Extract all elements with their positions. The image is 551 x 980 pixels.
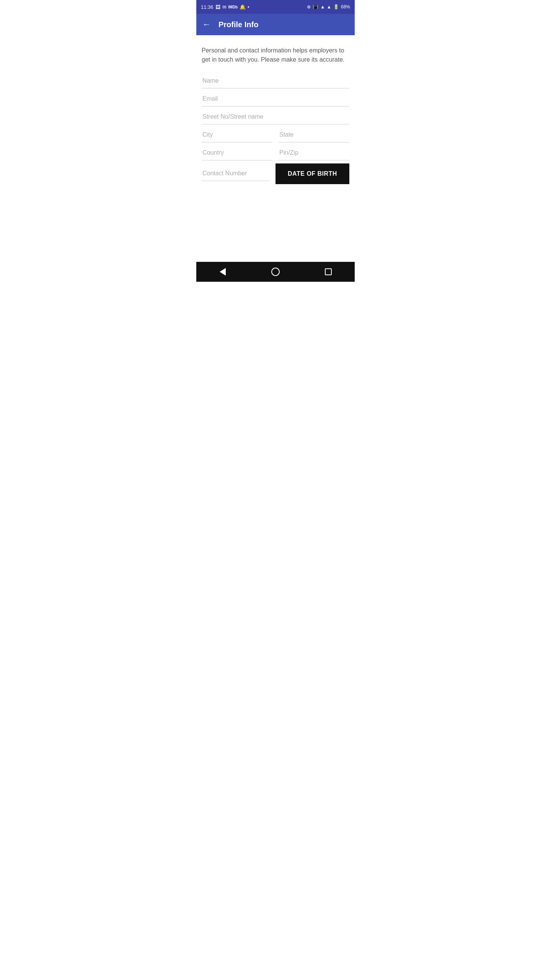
nav-back-icon — [220, 268, 226, 276]
pin-zip-field-group — [279, 145, 349, 160]
status-right: ⊕ 📳 ▲ ▲ 🔋 68% — [307, 4, 350, 10]
mail-icon: ✉ — [222, 4, 227, 10]
description-text: Personal and contact information helps e… — [202, 46, 349, 64]
vibrate-icon: 📳 — [313, 4, 318, 10]
nav-home-button[interactable] — [264, 262, 287, 282]
status-bar: 11:36 🖼 ✉ IMDb 🔔 • ⊕ 📳 ▲ ▲ 🔋 68% — [196, 0, 355, 14]
dot-icon: • — [248, 4, 249, 10]
notification-icon: 🔔 — [240, 4, 246, 10]
date-of-birth-button[interactable]: DATE OF BIRTH — [276, 163, 349, 184]
page-title: Profile Info — [218, 20, 258, 29]
battery-icon: 🔋 — [333, 4, 339, 10]
country-field-group — [202, 145, 272, 160]
city-input[interactable] — [202, 127, 272, 142]
time-display: 11:36 — [201, 4, 214, 10]
clock-plus-icon: ⊕ — [307, 4, 311, 10]
imdb-icon: IMDb — [228, 5, 238, 9]
name-input[interactable] — [202, 74, 349, 88]
app-bar: ← Profile Info — [196, 14, 355, 35]
street-input[interactable] — [202, 109, 349, 124]
name-field-group — [202, 74, 349, 88]
nav-back-button[interactable] — [211, 262, 234, 282]
contact-number-input[interactable] — [202, 166, 269, 181]
contact-dob-row: DATE OF BIRTH — [202, 163, 349, 184]
contact-number-field-group — [202, 166, 269, 181]
nav-recent-icon — [325, 268, 332, 275]
signal-icon: ▲ — [327, 4, 331, 10]
city-state-row — [202, 127, 349, 142]
battery-percent: 68% — [341, 4, 350, 10]
state-input[interactable] — [279, 127, 349, 142]
status-left: 11:36 🖼 ✉ IMDb 🔔 • — [201, 4, 249, 10]
street-field-group — [202, 109, 349, 124]
email-field-group — [202, 91, 349, 106]
wifi-icon: ▲ — [320, 4, 325, 10]
photo-icon: 🖼 — [215, 4, 220, 10]
email-input[interactable] — [202, 91, 349, 106]
nav-recent-button[interactable] — [317, 262, 340, 282]
country-input[interactable] — [202, 145, 272, 160]
nav-home-icon — [271, 268, 280, 276]
country-pin-row — [202, 145, 349, 160]
state-field-group — [279, 127, 349, 142]
city-field-group — [202, 127, 272, 142]
pin-zip-input[interactable] — [279, 145, 349, 160]
nav-bar — [196, 262, 355, 282]
back-button[interactable]: ← — [202, 20, 211, 29]
main-content: Personal and contact information helps e… — [196, 35, 355, 262]
